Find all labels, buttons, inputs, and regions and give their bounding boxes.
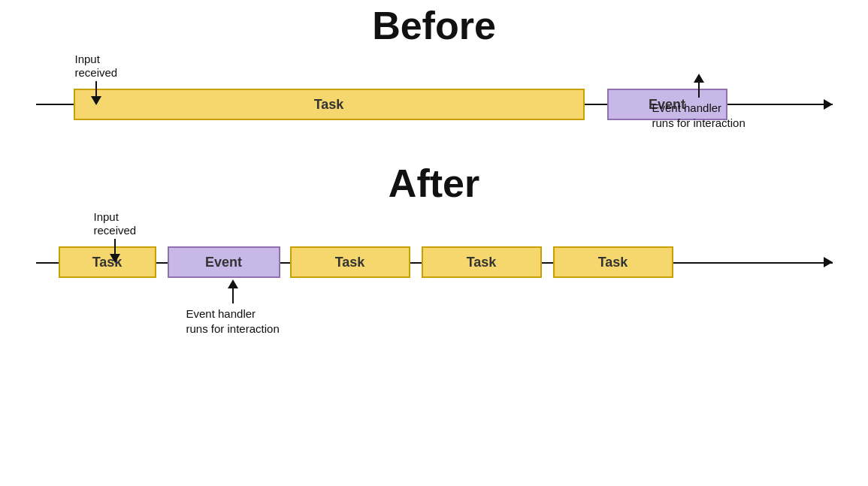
before-input-arrow-down [91, 81, 101, 105]
after-input-arrow-down [110, 239, 120, 263]
after-input-arrow-head [110, 254, 120, 263]
after-event-handler-annotation: Event handlerruns for interaction [186, 279, 280, 336]
before-event-handler-annotation: Event handlerruns for interaction [652, 74, 746, 130]
before-event-handler-arrow-line [698, 83, 700, 98]
before-input-received-annotation: Inputreceived [75, 53, 118, 105]
before-event-handler-text: Event handlerruns for interaction [652, 101, 746, 130]
after-event-label: Event [205, 255, 242, 270]
after-task3-label: Task [467, 255, 497, 270]
before-task-box: Task [74, 89, 585, 120]
after-event-handler-arrow-head [228, 279, 238, 288]
after-input-arrow-line [114, 239, 116, 254]
after-event-box: Event [168, 246, 280, 278]
before-title: Before [372, 6, 496, 45]
before-input-received-text: Inputreceived [75, 53, 118, 80]
after-section: After Task Event Task Task [0, 143, 868, 308]
after-task4-box: Task [553, 246, 673, 278]
after-input-received-annotation: Inputreceived [94, 210, 137, 263]
before-arrow-right-icon [824, 99, 833, 110]
before-event-handler-arrow-head [694, 74, 704, 83]
after-arrow-right-icon [824, 257, 833, 267]
after-task2-label: Task [335, 255, 365, 270]
after-task2-box: Task [290, 246, 410, 278]
after-event-handler-arrow-line [232, 288, 234, 303]
diagram-container: Before Task Event Inputreceived [0, 0, 868, 486]
after-event-handler-text: Event handlerruns for interaction [186, 306, 280, 336]
before-event-handler-arrow-up [694, 74, 704, 98]
before-input-arrow-head [91, 96, 101, 105]
before-input-arrow-line [95, 81, 97, 96]
after-title: After [389, 164, 479, 203]
after-event-handler-arrow-up [228, 279, 238, 303]
after-input-received-text: Inputreceived [94, 210, 137, 237]
before-section: Before Task Event Inputreceived [0, 0, 868, 143]
after-diagram-area: Task Event Task Task Task Inputreceived [36, 210, 833, 308]
after-task3-box: Task [422, 246, 542, 278]
before-task-label: Task [314, 97, 344, 113]
before-diagram-area: Task Event Inputreceived Event [36, 53, 833, 143]
after-task4-label: Task [598, 255, 628, 270]
